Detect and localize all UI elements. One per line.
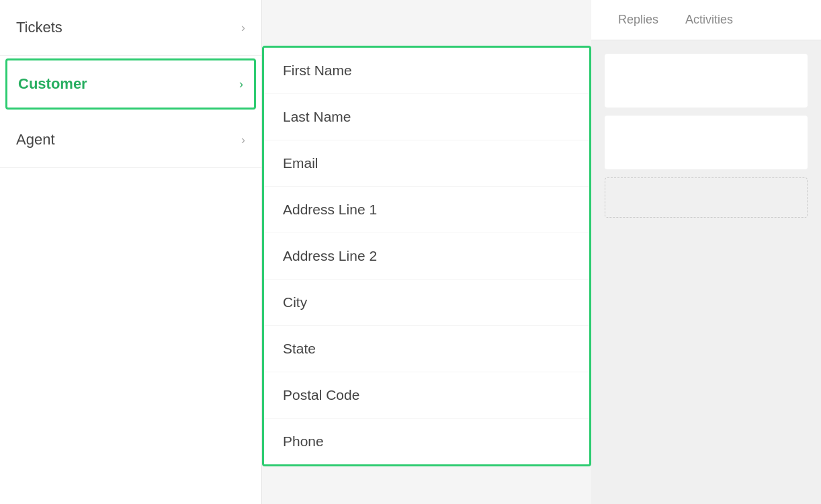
sidebar-item-agent-label: Agent — [16, 131, 55, 149]
sidebar-item-customer[interactable]: Customer › — [5, 58, 256, 110]
right-content-area — [591, 40, 821, 504]
sidebar-item-tickets[interactable]: Tickets › — [0, 0, 261, 56]
sidebar-item-tickets-label: Tickets — [16, 19, 62, 36]
dropdown-item-phone[interactable]: Phone — [264, 419, 589, 464]
tab-replies[interactable]: Replies — [605, 1, 672, 39]
dropdown-item-postal-code[interactable]: Postal Code — [264, 372, 589, 419]
content-block-1 — [605, 54, 808, 108]
sidebar: Tickets › Customer › Agent › — [0, 0, 262, 504]
dropdown-item-city[interactable]: City — [264, 280, 589, 326]
dropdown-item-state[interactable]: State — [264, 326, 589, 372]
dropdown-item-last-name[interactable]: Last Name — [264, 94, 589, 140]
content-block-dashed — [605, 177, 808, 218]
chevron-right-icon: › — [241, 21, 245, 35]
dropdown-item-email[interactable]: Email — [264, 140, 589, 187]
right-panel: Replies Activities — [591, 0, 821, 504]
sidebar-item-customer-label: Customer — [18, 75, 87, 93]
chevron-right-icon: › — [239, 77, 243, 91]
dropdown-item-address-line-1[interactable]: Address Line 1 — [264, 187, 589, 233]
content-block-2 — [605, 116, 808, 169]
dropdown-item-address-line-2[interactable]: Address Line 2 — [264, 233, 589, 280]
chevron-right-icon: › — [241, 133, 245, 147]
dropdown-item-first-name[interactable]: First Name — [264, 48, 589, 94]
sidebar-item-agent[interactable]: Agent › — [0, 112, 261, 168]
tab-activities[interactable]: Activities — [672, 1, 746, 39]
customer-dropdown-panel: First NameLast NameEmailAddress Line 1Ad… — [262, 46, 591, 466]
right-tabs: Replies Activities — [591, 0, 821, 40]
